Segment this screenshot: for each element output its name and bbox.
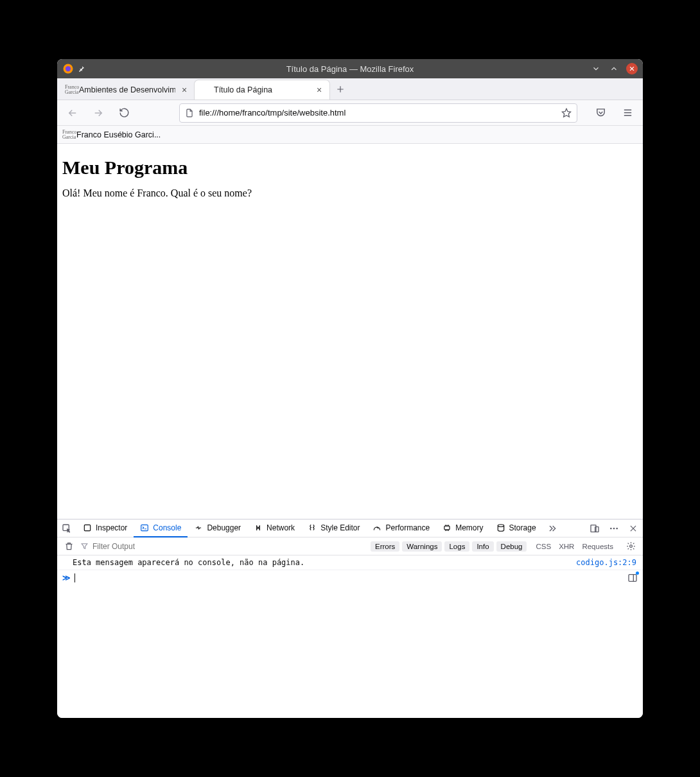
app-menu-icon[interactable] bbox=[618, 104, 636, 122]
maximize-button[interactable] bbox=[608, 63, 620, 74]
svg-rect-14 bbox=[629, 575, 636, 582]
console-source-link[interactable]: codigo.js:2:9 bbox=[576, 558, 636, 567]
nav-toolbar: file:///home/franco/tmp/site/website.htm… bbox=[57, 100, 643, 126]
devtools-tabbar: Inspector Console Debugger Network Style… bbox=[57, 519, 643, 537]
forward-button[interactable] bbox=[89, 104, 107, 122]
close-button[interactable] bbox=[626, 63, 638, 74]
responsive-mode-icon[interactable] bbox=[585, 519, 604, 537]
console-input-row[interactable]: ≫ bbox=[57, 570, 643, 586]
svg-point-10 bbox=[610, 527, 612, 529]
devtab-label: Debugger bbox=[207, 523, 241, 532]
link-css[interactable]: CSS bbox=[536, 543, 551, 550]
console-message-row: Esta mensagem aparecerá no console, não … bbox=[57, 555, 643, 570]
bookmark-star-icon[interactable] bbox=[561, 108, 572, 118]
svg-rect-4 bbox=[84, 525, 90, 530]
link-xhr[interactable]: XHR bbox=[559, 543, 574, 550]
devtools-kebab-icon[interactable] bbox=[604, 519, 624, 537]
console-settings-icon[interactable] bbox=[622, 541, 639, 551]
titlebar: Título da Página — Mozilla Firefox bbox=[57, 59, 643, 78]
devtools-panel: Inspector Console Debugger Network Style… bbox=[57, 519, 643, 718]
tab-0[interactable]: Franco Garcia Ambientes de Desenvolvimen… bbox=[60, 80, 195, 100]
pocket-icon[interactable] bbox=[591, 104, 609, 122]
console-message: Esta mensagem aparecerá no console, não … bbox=[73, 558, 576, 567]
svg-rect-5 bbox=[141, 525, 148, 530]
page-icon bbox=[185, 109, 194, 118]
filter-field[interactable] bbox=[80, 542, 367, 551]
page-content: Meu Programa Olá! Meu nome é Franco. Qua… bbox=[57, 144, 643, 519]
reload-button[interactable] bbox=[115, 104, 133, 122]
svg-point-12 bbox=[616, 527, 618, 529]
tab-strip: Franco Garcia Ambientes de Desenvolvimen… bbox=[57, 78, 643, 100]
pill-logs[interactable]: Logs bbox=[444, 541, 469, 552]
clear-console-icon[interactable] bbox=[61, 541, 76, 551]
url-bar[interactable]: file:///home/franco/tmp/site/website.htm… bbox=[179, 103, 577, 123]
tab-close-icon[interactable]: × bbox=[314, 85, 324, 95]
svg-rect-6 bbox=[444, 526, 450, 530]
devtab-storage[interactable]: Storage bbox=[490, 519, 543, 537]
devtab-label: Inspector bbox=[96, 523, 127, 532]
page-heading: Meu Programa bbox=[62, 157, 638, 179]
bookmark-bar: Franco Garcia Franco Eusébio Garci... bbox=[57, 126, 643, 144]
new-tab-button[interactable] bbox=[329, 78, 351, 100]
log-level-pills: Errors Warnings Logs Info Debug bbox=[371, 541, 527, 552]
split-console-icon[interactable] bbox=[627, 573, 638, 583]
favicon-text-icon: Franco Garcia bbox=[65, 85, 75, 95]
tab-1[interactable]: Título da Página × bbox=[195, 80, 329, 100]
svg-marker-2 bbox=[562, 109, 570, 117]
devtab-performance[interactable]: Performance bbox=[366, 519, 436, 537]
pill-warnings[interactable]: Warnings bbox=[402, 541, 442, 552]
pill-debug[interactable]: Debug bbox=[496, 541, 527, 552]
devtab-console[interactable]: Console bbox=[134, 519, 188, 537]
window-title: Título da Página — Mozilla Firefox bbox=[57, 64, 643, 74]
svg-point-13 bbox=[629, 545, 632, 548]
devtab-network[interactable]: Network bbox=[247, 519, 301, 537]
devtab-label: Memory bbox=[455, 523, 483, 532]
tab-label: Título da Página bbox=[214, 85, 310, 94]
bookmark-item[interactable]: Franco Eusébio Garci... bbox=[76, 130, 161, 139]
devtools-overflow-icon[interactable] bbox=[543, 519, 562, 537]
caret-icon bbox=[74, 573, 75, 582]
tab-close-icon[interactable]: × bbox=[179, 85, 189, 95]
svg-point-11 bbox=[613, 527, 615, 529]
devtab-label: Network bbox=[267, 523, 295, 532]
devtab-label: Style Editor bbox=[320, 523, 360, 532]
devtab-label: Console bbox=[153, 523, 181, 532]
devtab-debugger[interactable]: Debugger bbox=[188, 519, 247, 537]
tab-label: Ambientes de Desenvolvimen bbox=[79, 85, 175, 94]
back-button[interactable] bbox=[64, 104, 82, 122]
firefox-window: Título da Página — Mozilla Firefox Franc… bbox=[57, 59, 643, 718]
devtab-memory[interactable]: Memory bbox=[436, 519, 489, 537]
page-paragraph: Olá! Meu nome é Franco. Qual é o seu nom… bbox=[62, 188, 638, 199]
devtab-label: Performance bbox=[385, 523, 430, 532]
pill-info[interactable]: Info bbox=[472, 541, 493, 552]
console-output: Esta mensagem aparecerá no console, não … bbox=[57, 555, 643, 718]
devtab-label: Storage bbox=[509, 523, 536, 532]
url-text: file:///home/franco/tmp/site/website.htm… bbox=[199, 108, 556, 118]
devtab-styleeditor[interactable]: Style Editor bbox=[301, 519, 366, 537]
link-requests[interactable]: Requests bbox=[582, 543, 613, 550]
minimize-button[interactable] bbox=[590, 63, 602, 74]
log-filter-links: CSS XHR Requests bbox=[530, 543, 618, 550]
favicon-text-icon: Franco Garcia bbox=[62, 130, 73, 140]
devtab-inspector[interactable]: Inspector bbox=[76, 519, 134, 537]
inspect-element-icon[interactable] bbox=[57, 519, 76, 537]
filter-input[interactable] bbox=[92, 542, 195, 551]
pill-errors[interactable]: Errors bbox=[371, 541, 399, 552]
svg-point-7 bbox=[498, 524, 503, 527]
devtools-close-icon[interactable] bbox=[624, 519, 643, 537]
console-toolbar: Errors Warnings Logs Info Debug CSS XHR … bbox=[57, 537, 643, 555]
console-prompt-icon: ≫ bbox=[62, 573, 71, 582]
